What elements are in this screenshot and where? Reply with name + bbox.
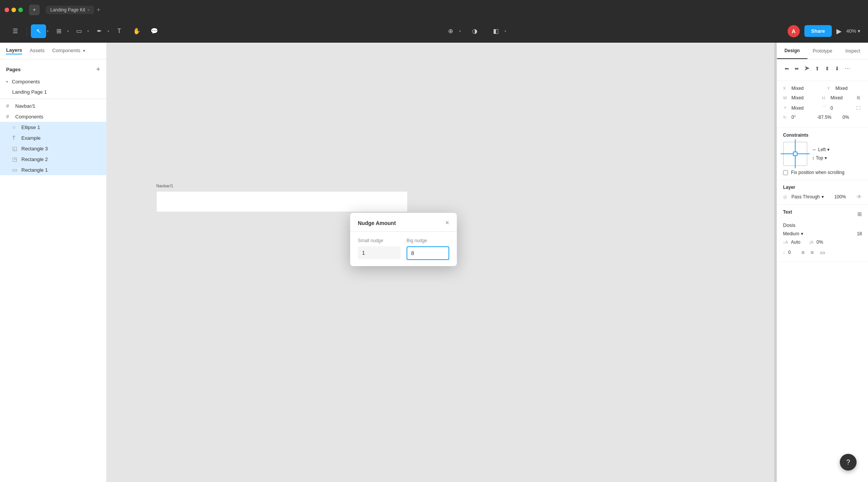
fullscreen-button[interactable]: ⛶ [855,104,862,112]
align-bottom-button[interactable]: ⬇ [833,64,841,73]
text-add-button[interactable]: ⊞ [857,211,862,217]
text-tool-button[interactable]: T [112,24,127,38]
h-value: Mixed [831,95,852,101]
font-weight-select[interactable]: Medium ▾ [783,231,803,236]
text-section-header: Text ⊞ [783,209,862,219]
layer-rect1[interactable]: ▭ Rectangle 1 [0,164,106,175]
sidebar-tabs: Layers Assets Components ▾ [0,43,106,59]
text-section: Text ⊞ Dosis Medium ▾ 18 ↕A Auto |A 0% ↕… [777,205,868,262]
shape-tool-button[interactable]: ▭ [71,24,86,38]
fix-position-checkbox[interactable] [783,170,788,175]
layer-section: Layer ◎ Pass Through ▾ 100% 👁 [777,180,868,205]
align-left-button[interactable]: ⬅ [783,64,791,73]
blend-mode-arrow-icon: ▾ [822,194,824,200]
components-arrow: ▾ [459,29,461,33]
align-right-button[interactable]: ⮞ [803,64,811,73]
distribute-button[interactable]: ⋯ [843,64,852,73]
hand-tool-button[interactable]: ✋ [129,24,144,38]
close-traffic-light[interactable] [5,8,9,12]
layer-rect2[interactable]: ◳ Rectangle 2 [0,154,106,164]
fix-position-row: Fix position when scrolling [783,170,862,175]
zoom-button[interactable]: 40% ▾ [846,28,860,34]
rect-slash-icon: ◱ [12,145,18,152]
layer-rect3[interactable]: ◱ Rectangle 3 [0,143,106,154]
frame-tool-button[interactable]: ⊞ [51,24,66,38]
layer-components[interactable]: # Components [0,111,106,122]
layer-navbar1[interactable]: # Navbar/1 [0,101,106,111]
components-button[interactable]: ⊕ [443,24,458,38]
canvas[interactable]: Navbar/1 Nudge Amount × Small nudge [107,43,777,482]
small-nudge-input[interactable] [358,246,400,259]
layers-button[interactable]: ◧ [488,24,504,38]
divider-1 [0,99,106,99]
tab-close-icon[interactable]: × [87,8,90,12]
tab-layers[interactable]: Layers [6,47,22,54]
ellipse-icon: ○ [12,124,18,130]
layer-ellipse1[interactable]: ○ Ellipse 1 [0,122,106,132]
layer-rect2-label: Rectangle 2 [21,156,48,162]
constraints-row: ↔ Left ▾ ↕ Top ▾ [783,142,862,166]
app-tab[interactable]: Landing Page Kit × [46,6,94,14]
panel-tab-inspect[interactable]: Inspect [838,43,868,59]
menu-button[interactable]: ☰ [8,24,23,38]
constraint-h-value: Left [818,147,826,152]
constraint-v-arrow-icon: ↕ [812,155,814,161]
page-components[interactable]: ▾ Components [0,77,106,87]
tab-components[interactable]: Components ▾ [52,48,85,54]
right-panel: Design Prototype Inspect ⬅ ⬌ ⮞ ⬆ ⬍ ⬇ ⋯ X… [777,43,868,482]
auto-value: Auto [791,239,801,245]
dialog-close-button[interactable]: × [445,219,449,227]
color-adjust-button[interactable]: ◑ [467,24,482,38]
x-value: Mixed [791,86,818,91]
align-center-h-button[interactable]: ⬌ [793,64,801,73]
tab-add-button[interactable]: + [96,6,101,14]
add-page-button[interactable]: + [96,65,100,73]
big-nudge-label: Big nudge [407,238,449,243]
font-weight-value: Medium [783,231,799,236]
constraints-section: Constraints ↔ Left ▾ ↕ Top ▾ [777,128,868,180]
dialog-overlay: Nudge Amount × Small nudge Big nudge [107,43,777,482]
constraint-h-arrow-icon: ↔ [812,147,817,152]
shape-tool-group: ▭ ▾ [71,24,89,38]
visibility-button[interactable]: 👁 [857,194,862,200]
text-align-left-button[interactable]: ≡ [800,248,806,257]
align-center-v-button[interactable]: ⬍ [823,64,831,73]
play-button[interactable]: ▶ [836,27,842,35]
text-align-center-button[interactable]: ≡ [809,248,815,257]
layer-rect1-label: Rectangle 1 [21,167,48,173]
layer-ellipse1-label: Ellipse 1 [21,124,40,130]
pen-tool-button[interactable]: ✒ [91,24,107,38]
tab-assets[interactable]: Assets [30,48,45,54]
constraint-v-select[interactable]: ↕ Top ▾ [812,155,830,161]
components-tool-group: ⊕ ▾ [443,24,461,38]
r-value: Mixed [791,105,813,111]
select-tool-button[interactable]: ↖ [31,24,46,38]
share-button[interactable]: Share [804,25,832,37]
w-value: Mixed [791,95,813,101]
components-tab-arrow: ▾ [83,48,85,53]
text-box-button[interactable]: ▭ [818,248,826,257]
constraint-h-select[interactable]: ↔ Left ▾ [812,147,830,152]
comment-tool-button[interactable]: 💬 [147,24,162,38]
chevron-down-icon: ▾ [6,80,8,84]
max-traffic-light[interactable] [18,8,23,12]
line-height-icon: ↕ [783,250,785,255]
separator-1 [27,27,27,36]
rotation-value: 0° [791,115,811,120]
blend-mode-select[interactable]: Pass Through ▾ [791,194,824,200]
panel-tab-design[interactable]: Design [777,43,807,59]
min-traffic-light[interactable] [11,8,16,12]
menu-icon: ☰ [13,27,18,35]
panel-tab-prototype[interactable]: Prototype [807,43,838,59]
lock-aspect-button[interactable]: ⛓ [855,94,862,101]
layer-example[interactable]: T Example [0,132,106,143]
layer-rect3-label: Rectangle 3 [21,146,48,152]
big-nudge-input[interactable] [407,246,449,260]
help-button[interactable]: ? [840,454,857,471]
traffic-lights [5,8,23,12]
letter-spacing-icon: |A [810,240,814,244]
constraints-visual [783,142,807,166]
page-landing[interactable]: Landing Page 1 [0,87,106,97]
canvas-scrollbar[interactable] [774,43,777,482]
align-top-button[interactable]: ⬆ [814,64,821,73]
